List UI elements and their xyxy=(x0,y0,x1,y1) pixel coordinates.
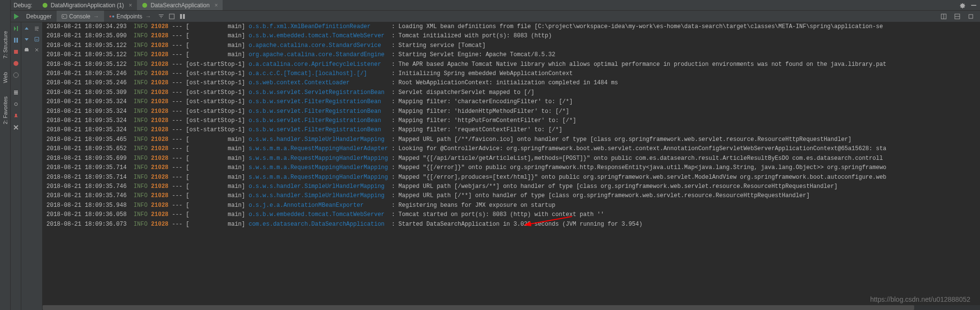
clear-all-button[interactable] xyxy=(32,45,43,55)
structure-label: 7: Structure xyxy=(2,31,8,59)
print-button[interactable] xyxy=(21,45,32,55)
close-debug-button[interactable] xyxy=(12,123,20,132)
close-icon[interactable]: × xyxy=(214,2,218,9)
log-line: 2018-08-21 18:09:34.293 INFO 21028 --- [… xyxy=(46,22,980,31)
svg-rect-6 xyxy=(169,14,174,19)
favorites-tool-tab[interactable]: 2: Favorites xyxy=(2,93,8,128)
hide-icon[interactable] xyxy=(970,2,977,9)
run-config-name-1: DataSearchApplication xyxy=(151,2,210,9)
pause-button[interactable] xyxy=(12,36,20,45)
pin-icon[interactable]: → xyxy=(93,13,99,20)
log-line: 2018-08-21 18:09:35.746 INFO 21028 --- [… xyxy=(46,191,980,201)
pin-button[interactable] xyxy=(12,111,20,120)
log-line: 2018-08-21 18:09:35.948 INFO 21028 --- [… xyxy=(46,201,980,210)
favorites-label: 2: Favorites xyxy=(2,96,8,124)
log-line: 2018-08-21 18:09:35.714 INFO 21028 --- [… xyxy=(46,173,980,182)
view-button[interactable] xyxy=(177,11,188,22)
down-stack-button[interactable] xyxy=(21,34,32,45)
log-line: 2018-08-21 18:09:35.090 INFO 21028 --- [… xyxy=(46,31,980,41)
spring-leaf-icon xyxy=(142,2,148,8)
main-panel: Debug: DataMigrationApplication (1) × Da… xyxy=(11,0,980,310)
log-line: 2018-08-21 18:09:35.246 INFO 21028 --- [… xyxy=(46,69,980,78)
console-icon xyxy=(61,14,67,19)
stop-button[interactable] xyxy=(12,47,20,56)
run-config-name-0: DataMigrationApplication (1) xyxy=(51,2,124,9)
endpoints-tab-label: Endpoints xyxy=(117,13,142,20)
log-line: 2018-08-21 18:09:36.073 INFO 21028 --- [… xyxy=(46,220,980,229)
endpoints-icon xyxy=(109,14,115,19)
svg-point-5 xyxy=(112,16,114,17)
svg-point-19 xyxy=(15,103,17,106)
svg-rect-7 xyxy=(180,14,182,19)
console-tab[interactable]: Console → xyxy=(57,11,104,22)
endpoints-tab[interactable]: Endpoints → xyxy=(104,11,156,22)
scroll-to-end-button[interactable] xyxy=(32,34,43,45)
svg-rect-13 xyxy=(969,15,973,18)
gear-icon[interactable] xyxy=(959,2,965,9)
web-tool-tab[interactable]: Web xyxy=(2,68,8,87)
svg-rect-8 xyxy=(183,14,185,19)
debug-actions-gutter xyxy=(11,22,21,310)
run-config-tab-0[interactable]: DataMigrationApplication (1) × xyxy=(37,0,137,10)
log-line: 2018-08-21 18:09:35.309 INFO 21028 --- [… xyxy=(46,88,980,97)
scrollbar-thumb[interactable] xyxy=(43,305,914,310)
debug-tool-row: Debugger Console → Endpoints → xyxy=(11,11,980,22)
expand-button[interactable] xyxy=(166,11,177,22)
log-line: 2018-08-21 18:09:35.246 INFO 21028 --- [… xyxy=(46,78,980,88)
log-line: 2018-08-21 18:09:35.714 INFO 21028 --- [… xyxy=(46,163,980,172)
layout-button[interactable] xyxy=(938,11,949,22)
log-line: 2018-08-21 18:09:36.058 INFO 21028 --- [… xyxy=(46,210,980,219)
log-line: 2018-08-21 18:09:35.652 INFO 21028 --- [… xyxy=(46,144,980,154)
debugger-tab-label: Debugger xyxy=(26,13,52,20)
toggle-soft-wrap-button[interactable] xyxy=(32,23,43,34)
svg-point-0 xyxy=(43,3,47,8)
console-actions-gutter xyxy=(21,22,43,310)
log-line: 2018-08-21 18:09:35.122 INFO 21028 --- [… xyxy=(46,41,980,50)
svg-rect-15 xyxy=(16,38,18,43)
view-breakpoints-button[interactable] xyxy=(12,59,20,68)
log-line: 2018-08-21 18:09:35.465 INFO 21028 --- [… xyxy=(46,135,980,144)
thread-dump-button[interactable] xyxy=(12,88,20,97)
log-line: 2018-08-21 18:09:35.324 INFO 21028 --- [… xyxy=(46,107,980,116)
filter-button[interactable] xyxy=(156,11,166,22)
run-config-tab-1[interactable]: DataSearchApplication × xyxy=(137,0,223,10)
log-line: 2018-08-21 18:09:35.324 INFO 21028 --- [… xyxy=(46,97,980,107)
pin-icon[interactable]: → xyxy=(145,13,151,20)
svg-rect-16 xyxy=(14,50,18,54)
settings-button[interactable] xyxy=(12,100,20,108)
console-output[interactable]: 2018-08-21 18:09:34.293 INFO 21028 --- [… xyxy=(43,22,980,310)
debug-body: 2018-08-21 18:09:34.293 INFO 21028 --- [… xyxy=(11,22,980,310)
svg-rect-21 xyxy=(25,48,28,49)
debug-config-bar: Debug: DataMigrationApplication (1) × Da… xyxy=(11,0,980,11)
log-line: 2018-08-21 18:09:35.699 INFO 21028 --- [… xyxy=(46,154,980,163)
log-line: 2018-08-21 18:09:35.324 INFO 21028 --- [… xyxy=(46,125,980,135)
layout2-button[interactable] xyxy=(952,11,963,22)
up-stack-button[interactable] xyxy=(21,23,32,34)
close-icon[interactable]: × xyxy=(129,2,132,9)
svg-rect-14 xyxy=(14,38,15,43)
log-line: 2018-08-21 18:09:35.122 INFO 21028 --- [… xyxy=(46,60,980,69)
rerun-button[interactable] xyxy=(11,11,21,22)
log-line: 2018-08-21 18:09:35.324 INFO 21028 --- [… xyxy=(46,116,980,125)
resume-button[interactable] xyxy=(12,24,20,33)
spring-leaf-icon xyxy=(42,2,48,8)
left-tool-rail: 7: Structure Web 2: Favorites xyxy=(0,0,11,310)
svg-point-4 xyxy=(109,16,111,17)
horizontal-scrollbar[interactable] xyxy=(43,305,980,310)
console-tab-label: Console xyxy=(69,13,90,20)
svg-rect-2 xyxy=(971,5,977,6)
mute-breakpoints-button[interactable] xyxy=(12,71,20,79)
debugger-tab[interactable]: Debugger xyxy=(21,11,57,22)
structure-tool-tab[interactable]: 7: Structure xyxy=(2,27,8,62)
debug-label: Debug: xyxy=(14,2,32,9)
restore-button[interactable] xyxy=(965,11,976,22)
svg-point-1 xyxy=(142,3,147,8)
log-line: 2018-08-21 18:09:35.122 INFO 21028 --- [… xyxy=(46,50,980,60)
svg-point-17 xyxy=(14,61,18,66)
web-label: Web xyxy=(2,72,8,83)
svg-point-18 xyxy=(14,73,18,78)
log-line: 2018-08-21 18:09:35.746 INFO 21028 --- [… xyxy=(46,182,980,191)
svg-rect-20 xyxy=(25,49,29,51)
